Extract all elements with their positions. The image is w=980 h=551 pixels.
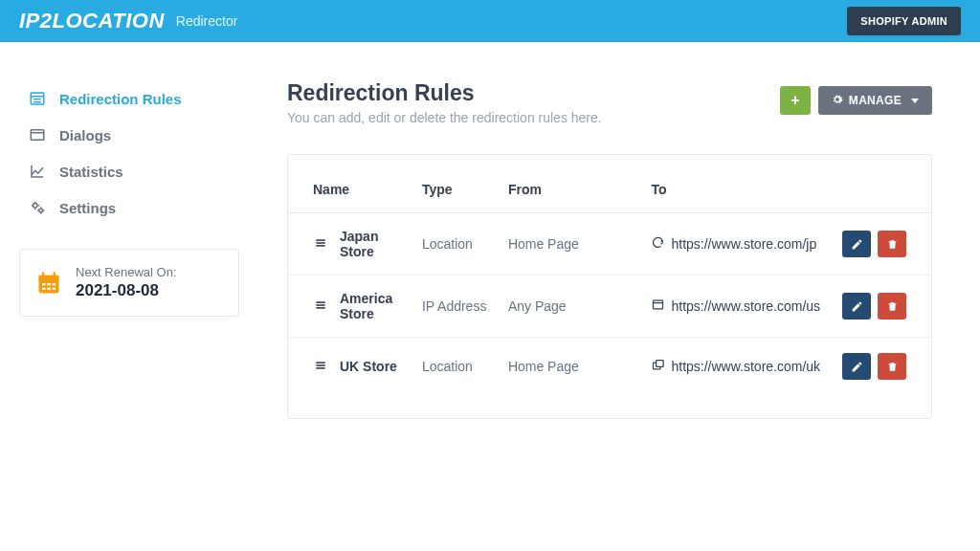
sidebar-item-statistics[interactable]: Statistics <box>19 153 239 189</box>
svg-rect-15 <box>42 287 46 289</box>
rule-to: https://www.store.com/jp <box>671 236 816 252</box>
plus-icon: + <box>791 92 799 109</box>
app-subtitle: Redirector <box>176 13 238 29</box>
rule-type: Location <box>412 338 499 396</box>
manage-button[interactable]: MANAGE <box>818 86 932 115</box>
page-icon <box>651 298 665 315</box>
drag-handle-icon[interactable] <box>313 359 328 375</box>
sidebar-item-label: Redirection Rules <box>59 91 182 107</box>
sidebar-item-label: Statistics <box>59 164 123 180</box>
popup-icon <box>651 358 665 375</box>
delete-rule-button[interactable] <box>878 293 906 320</box>
sidebar-item-label: Dialogs <box>59 127 111 143</box>
svg-rect-10 <box>42 272 44 277</box>
list-alt-icon <box>29 90 46 107</box>
svg-rect-13 <box>47 283 51 285</box>
window-icon <box>29 126 46 143</box>
chart-icon <box>29 163 46 180</box>
content-area: Redirection Rules You can add, edit or d… <box>258 80 961 419</box>
rule-to: https://www.store.com/us <box>671 298 820 314</box>
edit-rule-button[interactable] <box>842 293 871 320</box>
app-header: IP2LOCATION Redirector SHOPIFY ADMIN <box>0 0 980 42</box>
app-logo: IP2LOCATION <box>19 9 165 33</box>
delete-rule-button[interactable] <box>878 231 906 257</box>
col-name: Name <box>288 166 412 213</box>
svg-rect-4 <box>31 130 44 141</box>
table-row: UK Store Location Home Page https://www.… <box>288 338 931 396</box>
col-type: Type <box>412 166 499 213</box>
rule-from: Home Page <box>499 213 642 276</box>
sidebar-item-settings[interactable]: Settings <box>19 189 239 226</box>
rule-from: Any Page <box>499 276 642 338</box>
redirect-icon <box>651 235 665 253</box>
table-header-row: Name Type From To <box>288 166 931 213</box>
gear-icon <box>832 94 843 108</box>
rule-type: Location <box>412 213 499 276</box>
col-to: To <box>641 166 830 213</box>
sidebar: Redirection Rules Dialogs Statistics Set… <box>19 80 239 419</box>
gears-icon <box>29 199 46 216</box>
chevron-down-icon <box>911 99 919 103</box>
manage-button-label: MANAGE <box>849 94 902 107</box>
table-row: America Store IP Address Any Page https:… <box>288 276 931 338</box>
renewal-label: Next Renewal On: <box>76 265 177 279</box>
rules-table-card: Name Type From To Japan Store Location H… <box>287 154 932 419</box>
table-row: Japan Store Location Home Page https://w… <box>288 213 931 276</box>
svg-rect-14 <box>53 283 56 285</box>
svg-point-7 <box>39 209 43 212</box>
rule-name: Japan Store <box>340 229 403 259</box>
sidebar-item-dialogs[interactable]: Dialogs <box>19 117 239 153</box>
edit-rule-button[interactable] <box>842 353 871 380</box>
col-actions <box>830 166 931 213</box>
svg-rect-16 <box>47 287 51 289</box>
edit-rule-button[interactable] <box>842 231 871 257</box>
svg-point-6 <box>33 204 38 209</box>
rule-to: https://www.store.com/uk <box>671 359 820 374</box>
page-title: Redirection Rules <box>287 80 602 106</box>
content-header: Redirection Rules You can add, edit or d… <box>258 80 961 144</box>
delete-rule-button[interactable] <box>878 353 906 380</box>
renewal-date: 2021-08-08 <box>76 281 177 300</box>
sidebar-item-label: Settings <box>59 200 116 216</box>
add-rule-button[interactable]: + <box>780 86 811 115</box>
rule-from: Home Page <box>499 338 642 396</box>
drag-handle-icon[interactable] <box>313 236 328 253</box>
sidebar-nav: Redirection Rules Dialogs Statistics Set… <box>19 80 239 226</box>
page-description: You can add, edit or delete the redirect… <box>287 110 602 125</box>
rules-table: Name Type From To Japan Store Location H… <box>288 166 931 395</box>
rule-name: America Store <box>340 291 403 321</box>
renewal-card: Next Renewal On: 2021-08-08 <box>19 249 239 317</box>
rule-type: IP Address <box>412 276 499 338</box>
svg-rect-17 <box>53 287 56 289</box>
sidebar-item-redirection-rules[interactable]: Redirection Rules <box>19 80 239 117</box>
calendar-icon <box>35 270 62 297</box>
rule-name: UK Store <box>340 359 397 374</box>
svg-rect-9 <box>39 275 59 280</box>
shopify-admin-button[interactable]: SHOPIFY ADMIN <box>847 7 961 35</box>
col-from: From <box>499 166 642 213</box>
svg-rect-12 <box>42 283 46 285</box>
svg-rect-11 <box>54 272 56 277</box>
main-container: Redirection Rules Dialogs Statistics Set… <box>0 42 980 438</box>
drag-handle-icon[interactable] <box>313 298 328 315</box>
